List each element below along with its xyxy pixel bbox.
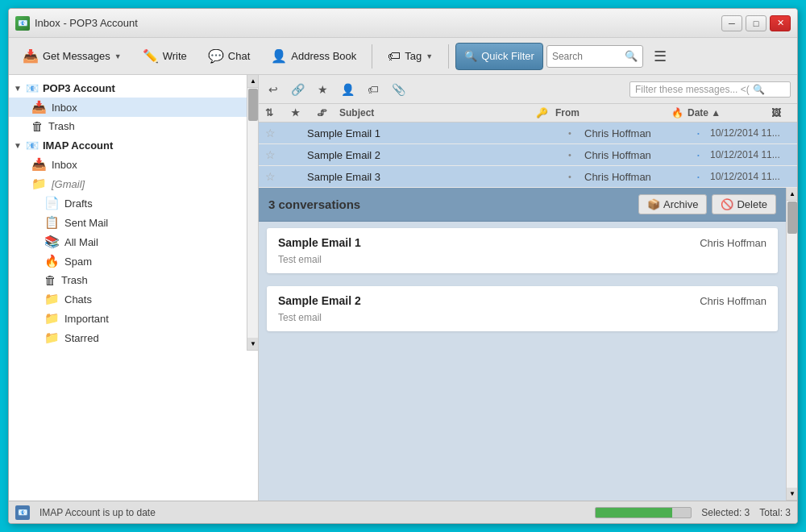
conv-item-2[interactable]: Sample Email 2 Chris Hoffman Test email — [267, 286, 778, 331]
message-row-3[interactable]: ☆ Sample Email 3 • Chris Hoffman • 10/12… — [259, 166, 797, 188]
message-list-header: ⇅ ★ 🖇 Subject 🔑 From 🔥 Date ▲ 🖼 — [259, 104, 797, 123]
message-list: ☆ Sample Email 1 • Chris Hoffman • 10/12… — [259, 123, 797, 188]
title-bar-left: 📧 Inbox - POP3 Account — [15, 16, 138, 31]
all-mail-label: All Mail — [64, 236, 98, 248]
filter-link-icon[interactable]: 🔗 — [288, 81, 308, 98]
filter-person-icon[interactable]: 👤 — [338, 81, 358, 98]
archive-button[interactable]: 📦 Archive — [638, 194, 707, 214]
sidebar-item-imap-trash[interactable]: 🗑 Trash — [9, 271, 247, 289]
msg2-subject: Sample Email 2 — [307, 149, 568, 161]
sidebar-item-pop3-inbox[interactable]: 📥 Inbox — [9, 98, 247, 117]
msg1-key: • — [568, 128, 584, 138]
sidebar-item-spam[interactable]: 🔥 Spam — [9, 251, 247, 271]
conversation-header: 3 conversations 📦 Archive 🚫 Delete — [259, 188, 786, 222]
sidebar-item-pop3-trash[interactable]: 🗑 Trash — [9, 117, 247, 135]
menu-button[interactable]: ☰ — [646, 43, 674, 70]
important-label: Important — [64, 313, 109, 325]
message-row-2[interactable]: ☆ Sample Email 2 • Chris Hoffman • 10/12… — [259, 144, 797, 166]
get-messages-arrow[interactable]: ▼ — [114, 52, 122, 60]
address-book-label: Address Book — [291, 50, 356, 62]
right-scrollbar[interactable]: ▲ ▼ — [786, 188, 797, 501]
account-pop3[interactable]: ▼ 📧 POP3 Account — [9, 78, 247, 98]
conv-item-1[interactable]: Sample Email 1 Chris Hoffman Test email — [267, 228, 778, 273]
tag-button[interactable]: 🏷 Tag ▼ — [379, 43, 442, 70]
address-book-button[interactable]: 👤 Address Book — [262, 43, 365, 70]
important-icon: 📁 — [44, 311, 60, 326]
msg3-star[interactable]: ☆ — [265, 170, 288, 183]
imap-account-icon: 📧 — [25, 139, 39, 152]
quick-filter-button[interactable]: 🔍 Quick Filter — [455, 43, 543, 70]
scroll-up-arrow[interactable]: ▲ — [247, 75, 259, 88]
sent-mail-icon: 📋 — [44, 215, 60, 230]
header-extra[interactable]: 🖼 — [771, 107, 791, 118]
delete-button[interactable]: 🚫 Delete — [712, 194, 776, 214]
filter-attach-icon[interactable]: 📎 — [388, 81, 409, 98]
address-book-icon: 👤 — [271, 48, 287, 64]
pop3-trash-label: Trash — [48, 120, 75, 132]
msg2-star[interactable]: ☆ — [265, 148, 288, 161]
close-button[interactable]: ✕ — [770, 15, 791, 31]
header-attach[interactable]: 🖇 — [317, 107, 336, 118]
header-star[interactable]: ★ — [291, 107, 314, 118]
pop3-inbox-label: Inbox — [52, 102, 77, 114]
sidebar-item-chats[interactable]: 📁 Chats — [9, 289, 247, 309]
chat-button[interactable]: 💬 Chat — [199, 43, 259, 70]
write-button[interactable]: ✏️ Write — [134, 43, 196, 70]
scroll-thumb[interactable] — [248, 89, 258, 121]
imap-trash-icon: 🗑 — [44, 273, 56, 287]
sidebar-item-drafts[interactable]: 📄 Drafts — [9, 193, 247, 213]
sidebar-scrollbar[interactable]: ▲ ▼ — [247, 75, 258, 351]
starred-icon: 📁 — [44, 330, 60, 345]
inbox-icon: 📥 — [31, 100, 47, 114]
filter-reply-icon[interactable]: ↩ — [265, 81, 281, 98]
toolbar-separator-1 — [372, 44, 372, 69]
search-input[interactable] — [552, 51, 625, 62]
get-messages-button[interactable]: 📥 Get Messages ▼ — [14, 43, 131, 70]
filter-tag-icon[interactable]: 🏷 — [364, 81, 382, 98]
drafts-label: Drafts — [64, 197, 93, 210]
imap-trash-label: Trash — [61, 274, 88, 286]
header-flame[interactable]: 🔥 — [671, 107, 684, 118]
imap-inbox-icon: 📥 — [31, 157, 47, 172]
filter-star-icon[interactable]: ★ — [314, 81, 331, 98]
status-selected-count: 3 — [745, 507, 750, 518]
msg1-star[interactable]: ☆ — [265, 127, 288, 139]
imap-expand-icon: ▼ — [14, 141, 22, 150]
quick-filter-icon: 🔍 — [464, 50, 477, 62]
header-date[interactable]: Date ▲ — [688, 107, 768, 118]
header-subject[interactable]: Subject — [339, 107, 533, 118]
header-key[interactable]: 🔑 — [536, 107, 552, 118]
sidebar-item-all-mail[interactable]: 📚 All Mail — [9, 232, 247, 251]
progress-bar-fill — [596, 508, 671, 517]
search-box[interactable]: 🔍 — [546, 45, 643, 68]
trash-icon: 🗑 — [31, 119, 44, 133]
sidebar-item-important[interactable]: 📁 Important — [9, 309, 247, 328]
conv-scroll-down[interactable]: ▼ — [787, 488, 797, 501]
account-imap[interactable]: ▼ 📧 IMAP Account — [9, 135, 247, 155]
minimize-button[interactable]: ─ — [721, 15, 742, 31]
message-row-1[interactable]: ☆ Sample Email 1 • Chris Hoffman • 10/12… — [259, 123, 797, 144]
sidebar-item-imap-inbox[interactable]: 📥 Inbox — [9, 155, 247, 174]
gmail-folder-icon: 📁 — [31, 177, 47, 191]
app-icon: 📧 — [15, 16, 30, 31]
gmail-folder-label: [Gmail] — [52, 178, 85, 190]
conversation-count: 3 conversations — [268, 197, 360, 211]
filter-search-box[interactable]: Filter these messages... <( 🔍 — [629, 81, 791, 98]
conv-scroll-up[interactable]: ▲ — [787, 188, 797, 201]
get-messages-label: Get Messages — [43, 50, 110, 62]
filter-placeholder-text: Filter these messages... <( — [635, 84, 750, 95]
filter-search-icon: 🔍 — [753, 84, 765, 95]
sidebar-item-sent-mail[interactable]: 📋 Sent Mail — [9, 213, 247, 232]
scroll-down-arrow[interactable]: ▼ — [247, 338, 259, 351]
tag-arrow[interactable]: ▼ — [426, 52, 433, 60]
archive-label: Archive — [663, 198, 698, 210]
msg2-dot: • — [697, 152, 710, 159]
conv-scroll-thumb[interactable] — [787, 202, 797, 234]
msg1-dot: • — [697, 130, 710, 137]
status-selected-label: Selected: 3 — [701, 507, 750, 518]
sidebar-item-starred[interactable]: 📁 Starred — [9, 328, 247, 347]
header-from[interactable]: From — [555, 107, 668, 118]
maximize-button[interactable]: □ — [746, 15, 767, 31]
sidebar-item-gmail[interactable]: 📁 [Gmail] — [9, 174, 247, 193]
header-sort[interactable]: ⇅ — [265, 107, 288, 118]
